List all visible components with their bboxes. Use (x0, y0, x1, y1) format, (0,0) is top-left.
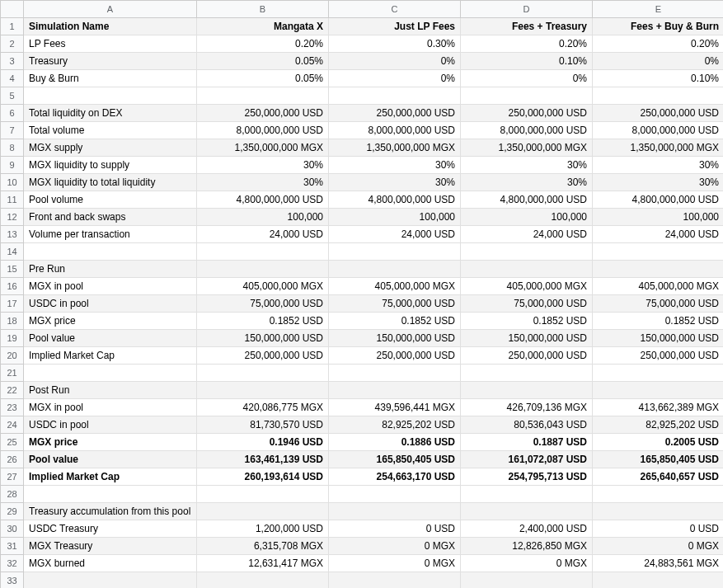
cell-D26[interactable]: 161,072,087 USD (461, 451, 593, 468)
row-header-28[interactable]: 28 (1, 486, 24, 503)
cell-C2[interactable]: 0.30% (329, 35, 461, 53)
cell-B13[interactable]: 24,000 USD (197, 226, 329, 243)
row-header-18[interactable]: 18 (1, 313, 24, 330)
cell-D2[interactable]: 0.20% (461, 35, 593, 53)
cell-B19[interactable]: 150,000,000 USD (197, 330, 329, 347)
cell-E12[interactable]: 100,000 (593, 209, 723, 226)
row-header-5[interactable]: 5 (1, 87, 24, 105)
cell-E22[interactable] (593, 382, 723, 399)
cell-E1[interactable]: Fees + Buy & Burn (593, 18, 723, 35)
cell-D1[interactable]: Fees + Treasury (461, 18, 593, 35)
cell-B18[interactable]: 0.1852 USD (197, 313, 329, 330)
cell-D24[interactable]: 80,536,043 USD (461, 416, 593, 434)
cell-D7[interactable]: 8,000,000,000 USD (461, 122, 593, 139)
cell-C24[interactable]: 82,925,202 USD (329, 416, 461, 434)
cell-D23[interactable]: 426,709,136 MGX (461, 399, 593, 416)
cell-D12[interactable]: 100,000 (461, 209, 593, 226)
cell-E9[interactable]: 30% (593, 157, 723, 174)
row-header-1[interactable]: 1 (1, 18, 24, 35)
row-header-10[interactable]: 10 (1, 174, 24, 191)
cell-E20[interactable]: 250,000,000 USD (593, 347, 723, 365)
cell-A24[interactable]: USDC in pool (24, 416, 197, 434)
cell-C14[interactable] (329, 243, 461, 261)
cell-D27[interactable]: 254,795,713 USD (461, 468, 593, 486)
cell-C15[interactable] (329, 261, 461, 278)
cell-C12[interactable]: 100,000 (329, 209, 461, 226)
row-header-6[interactable]: 6 (1, 105, 24, 122)
column-header-A[interactable]: A (24, 1, 197, 18)
cell-C27[interactable]: 254,663,170 USD (329, 468, 461, 486)
cell-B17[interactable]: 75,000,000 USD (197, 295, 329, 313)
row-header-15[interactable]: 15 (1, 261, 24, 278)
row-header-23[interactable]: 23 (1, 399, 24, 416)
cell-A27[interactable]: Implied Market Cap (24, 468, 197, 486)
cell-B31[interactable]: 6,315,708 MGX (197, 538, 329, 555)
cell-E15[interactable] (593, 261, 723, 278)
cell-E33[interactable] (593, 572, 723, 588)
cell-A1[interactable]: Simulation Name (24, 18, 197, 35)
cell-E27[interactable]: 265,640,657 USD (593, 468, 723, 486)
cell-A29[interactable]: Treasury accumulation from this pool (24, 503, 197, 520)
row-header-20[interactable]: 20 (1, 347, 24, 365)
row-header-2[interactable]: 2 (1, 35, 24, 53)
row-header-4[interactable]: 4 (1, 70, 24, 87)
cell-C31[interactable]: 0 MGX (329, 538, 461, 555)
row-header-30[interactable]: 30 (1, 520, 24, 538)
cell-C19[interactable]: 150,000,000 USD (329, 330, 461, 347)
cell-A12[interactable]: Front and back swaps (24, 209, 197, 226)
cell-E4[interactable]: 0.10% (593, 70, 723, 87)
row-header-29[interactable]: 29 (1, 503, 24, 520)
cell-B3[interactable]: 0.05% (197, 53, 329, 70)
cell-E24[interactable]: 82,925,202 USD (593, 416, 723, 434)
cell-D31[interactable]: 12,826,850 MGX (461, 538, 593, 555)
column-header-C[interactable]: C (329, 1, 461, 18)
cell-B21[interactable] (197, 365, 329, 382)
cell-B20[interactable]: 250,000,000 USD (197, 347, 329, 365)
cell-E10[interactable]: 30% (593, 174, 723, 191)
cell-A6[interactable]: Total liquidity on DEX (24, 105, 197, 122)
row-header-33[interactable]: 33 (1, 572, 24, 588)
row-header-9[interactable]: 9 (1, 157, 24, 174)
cell-D20[interactable]: 250,000,000 USD (461, 347, 593, 365)
cell-C18[interactable]: 0.1852 USD (329, 313, 461, 330)
cell-A11[interactable]: Pool volume (24, 191, 197, 209)
cell-A16[interactable]: MGX in pool (24, 278, 197, 295)
cell-D14[interactable] (461, 243, 593, 261)
cell-A8[interactable]: MGX supply (24, 139, 197, 157)
cell-A21[interactable] (24, 365, 197, 382)
cell-E3[interactable]: 0% (593, 53, 723, 70)
cell-D32[interactable]: 0 MGX (461, 555, 593, 572)
cell-C25[interactable]: 0.1886 USD (329, 434, 461, 451)
cell-C16[interactable]: 405,000,000 MGX (329, 278, 461, 295)
cell-D19[interactable]: 150,000,000 USD (461, 330, 593, 347)
cell-D4[interactable]: 0% (461, 70, 593, 87)
cell-C1[interactable]: Just LP Fees (329, 18, 461, 35)
cell-C8[interactable]: 1,350,000,000 MGX (329, 139, 461, 157)
cell-E11[interactable]: 4,800,000,000 USD (593, 191, 723, 209)
cell-C20[interactable]: 250,000,000 USD (329, 347, 461, 365)
cell-A13[interactable]: Volume per transaction (24, 226, 197, 243)
cell-E5[interactable] (593, 87, 723, 105)
cell-A7[interactable]: Total volume (24, 122, 197, 139)
cell-B2[interactable]: 0.20% (197, 35, 329, 53)
cell-A19[interactable]: Pool value (24, 330, 197, 347)
cell-C28[interactable] (329, 486, 461, 503)
cell-A22[interactable]: Post Run (24, 382, 197, 399)
cell-E19[interactable]: 150,000,000 USD (593, 330, 723, 347)
row-header-8[interactable]: 8 (1, 139, 24, 157)
cell-A17[interactable]: USDC in pool (24, 295, 197, 313)
cell-D22[interactable] (461, 382, 593, 399)
cell-E32[interactable]: 24,883,561 MGX (593, 555, 723, 572)
cell-A4[interactable]: Buy & Burn (24, 70, 197, 87)
cell-A28[interactable] (24, 486, 197, 503)
cell-D15[interactable] (461, 261, 593, 278)
cell-C7[interactable]: 8,000,000,000 USD (329, 122, 461, 139)
cell-D17[interactable]: 75,000,000 USD (461, 295, 593, 313)
cell-B6[interactable]: 250,000,000 USD (197, 105, 329, 122)
cell-E16[interactable]: 405,000,000 MGX (593, 278, 723, 295)
cell-C4[interactable]: 0% (329, 70, 461, 87)
cell-C30[interactable]: 0 USD (329, 520, 461, 538)
cell-B25[interactable]: 0.1946 USD (197, 434, 329, 451)
cell-B9[interactable]: 30% (197, 157, 329, 174)
cell-B22[interactable] (197, 382, 329, 399)
